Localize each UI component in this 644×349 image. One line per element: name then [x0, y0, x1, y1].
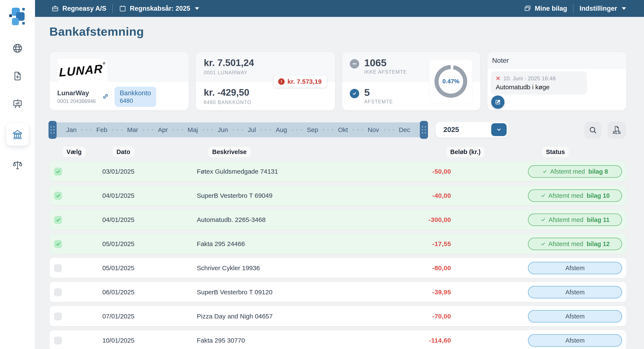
calendar-icon: [119, 5, 126, 12]
search-button[interactable]: [584, 121, 602, 139]
chevron-down-icon: [622, 7, 626, 10]
row-amount: -80,00: [383, 264, 451, 272]
company-name: Regneasy A/S: [62, 5, 106, 12]
afstem-button[interactable]: Afstem: [528, 286, 622, 298]
slider-handle-left[interactable]: [48, 121, 56, 139]
row-date: 06/01/2025: [102, 289, 134, 296]
settings-dropdown[interactable]: Indstillinger: [580, 5, 626, 12]
row-description: Fakta 295 24466: [197, 240, 245, 248]
month-label[interactable]: Jun: [218, 126, 228, 133]
table-row: 04/01/2025 Automatudb. 2265-3468 -300,00…: [49, 209, 626, 230]
month-label[interactable]: Jul: [248, 126, 256, 133]
table-row: 03/01/2025 Føtex Guldsmedgade 74131 -50,…: [49, 161, 626, 182]
bank-balance: kr. 7.501,24: [204, 57, 254, 68]
row-description: Pizza Day and Nigh 04657: [197, 313, 273, 320]
notes-title: Noter: [492, 57, 509, 64]
add-note-button[interactable]: [491, 95, 504, 109]
month-label[interactable]: Dec: [399, 126, 410, 133]
reconciled-status-badge[interactable]: Afstemt medbilag 12: [528, 238, 622, 250]
row-description: SuperB Vesterbro T 69049: [197, 192, 272, 199]
fiscal-year-dropdown[interactable]: Regnskabsår: 2025: [119, 5, 199, 12]
minus-circle-icon: [350, 59, 359, 68]
afstem-button[interactable]: Afstem: [528, 310, 622, 323]
month-separator-dots: [353, 129, 363, 130]
row-checkbox[interactable]: [54, 168, 62, 176]
delete-note-icon[interactable]: ✕: [496, 75, 500, 82]
year-dropdown-button[interactable]: [491, 123, 506, 136]
mine-bilag-link[interactable]: Mine bilag: [524, 5, 567, 12]
reconciled-status-badge[interactable]: Afstemt medbilag 10: [528, 189, 622, 202]
progress-donut: 0.47%: [429, 59, 473, 103]
bank-icon: [12, 128, 24, 140]
month-label[interactable]: Sep: [307, 126, 318, 133]
row-checkbox[interactable]: [54, 192, 62, 200]
slider-handle-right[interactable]: [420, 121, 428, 139]
bank-account-number: 0001 204386946: [57, 98, 96, 104]
briefcase-icon: [51, 5, 59, 12]
link-icon[interactable]: [102, 92, 110, 101]
month-label[interactable]: Nov: [368, 126, 379, 133]
header-select: Vælg: [62, 147, 86, 157]
month-label[interactable]: Aug: [276, 126, 287, 133]
chevron-down-icon: [495, 126, 502, 133]
checkmark-icon: [55, 241, 61, 247]
table-row: 10/01/2025 Fakta 295 30770 -114,60 Afste…: [49, 330, 626, 349]
month-separator-dots: [173, 129, 183, 130]
row-date: 05/01/2025: [102, 240, 134, 248]
main-content: Bankafstemning LUNAR® LunarWay 0001 2043…: [35, 17, 644, 349]
reconciled-status-badge[interactable]: Afstemt medbilag 8: [528, 165, 622, 178]
file-plus-icon[interactable]: [12, 70, 23, 82]
ledger-account-chip[interactable]: Bankkonto 6480: [114, 87, 156, 107]
checkmark-icon: [540, 193, 546, 198]
row-description: Schriver Cykler 19936: [197, 264, 260, 272]
notes-card: Noter ✕ 10. Juni - 2025 16:48 Automatudb…: [487, 52, 626, 110]
month-separator-dots: [112, 129, 122, 130]
topbar-divider: [112, 4, 113, 13]
afstem-button[interactable]: Afstem: [528, 262, 622, 274]
difference-amount: kr. 7.573,19: [288, 78, 322, 85]
presentation-icon[interactable]: [12, 98, 23, 109]
reconciled-status-badge[interactable]: Afstemt medbilag 11: [528, 214, 622, 226]
chevron-down-icon: [195, 7, 199, 10]
month-label[interactable]: Feb: [96, 126, 108, 133]
note-timestamp: 10. Juni - 2025 16:48: [504, 75, 556, 82]
month-track[interactable]: JanFebMarAprMajJunJulAugSepOktNovDec: [52, 122, 424, 137]
row-checkbox[interactable]: [54, 288, 62, 296]
month-label[interactable]: Jan: [66, 126, 76, 133]
row-amount: -300,00: [383, 216, 451, 223]
month-label[interactable]: Apr: [158, 126, 168, 133]
checkmark-icon: [540, 241, 546, 247]
bank-logo: LUNAR®: [58, 59, 107, 82]
month-label[interactable]: Mar: [127, 126, 138, 133]
scales-icon[interactable]: [12, 159, 23, 170]
row-checkbox[interactable]: [54, 216, 62, 224]
month-label[interactable]: Maj: [188, 126, 198, 133]
note-text: Automatudb i køge: [496, 83, 582, 91]
month-label[interactable]: Okt: [338, 126, 348, 133]
fiscal-year-label: Regnskabsår: 2025: [130, 5, 190, 12]
row-checkbox[interactable]: [54, 264, 62, 272]
reconciled-label: AFSTEMTE: [364, 99, 393, 105]
table-row: 05/01/2025 Schriver Cykler 19936 -80,00 …: [49, 258, 626, 278]
row-checkbox[interactable]: [54, 240, 62, 248]
bank-account-info: LunarWay 0001 204386946: [57, 89, 96, 104]
header-status: Status: [542, 147, 569, 157]
row-checkbox[interactable]: [54, 337, 62, 345]
row-amount: -40,00: [383, 192, 451, 199]
globe-icon[interactable]: [12, 43, 23, 54]
year-select[interactable]: 2025: [436, 121, 508, 138]
app-logo: [0, 0, 35, 32]
table-row: 04/01/2025 SuperB Vesterbro T 69049 -40,…: [49, 185, 626, 206]
bank-balance-label: 0001 LUNARWAY: [204, 70, 254, 76]
row-checkbox[interactable]: [54, 313, 62, 320]
checkmark-icon: [542, 169, 548, 174]
ledger-balance-label: 6480 BANKKONTO: [204, 99, 252, 105]
afstem-button[interactable]: Afstem: [528, 334, 622, 347]
bank-name: LunarWay: [57, 89, 96, 97]
company-switcher[interactable]: Regneasy A/S: [51, 5, 106, 12]
sidebar-item-bank-active[interactable]: [6, 123, 29, 146]
check-circle-icon: [350, 89, 359, 98]
ledger-balance: kr. -429,50: [204, 87, 252, 98]
table-row: 06/01/2025 SuperB Vesterbro T 09120 -39,…: [49, 282, 626, 302]
export-xls-button[interactable]: XLS: [608, 121, 626, 139]
